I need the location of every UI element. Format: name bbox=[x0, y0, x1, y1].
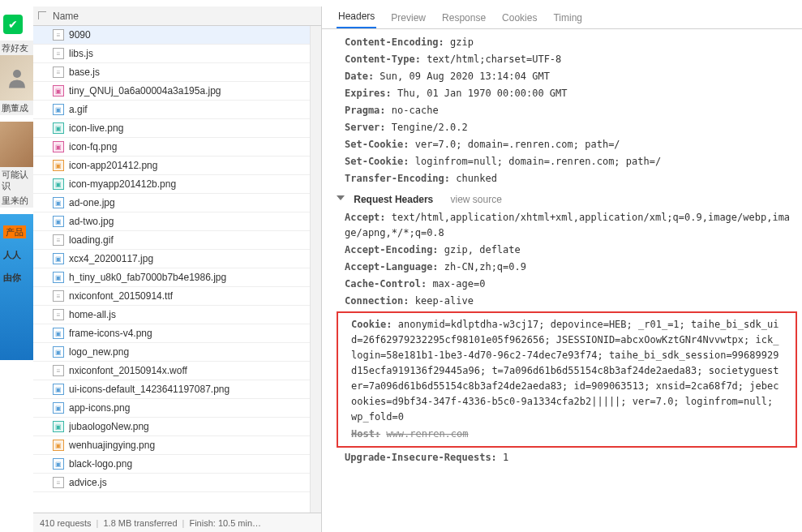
document-file-icon: ≡ bbox=[53, 309, 64, 320]
file-row[interactable]: ▣frame-icons-v4.png bbox=[33, 324, 321, 343]
image-file-icon: ▣ bbox=[53, 272, 64, 283]
file-name: logo_new.png bbox=[69, 346, 129, 358]
ad-block-1[interactable]: 荐好友 鹏董成 bbox=[0, 41, 33, 115]
file-name: tiny_QNUj_0a6a00004a3a195a.jpg bbox=[69, 85, 221, 97]
file-name: nxiconfont_20150914.ttf bbox=[69, 290, 173, 302]
file-name: ui-icons-default_1423641197087.png bbox=[69, 384, 229, 395]
document-file-icon: ≡ bbox=[53, 66, 64, 78]
header-key: Upgrade-Insecure-Requests: bbox=[345, 452, 497, 463]
document-file-icon: ≡ bbox=[53, 29, 64, 41]
headers-body[interactable]: Content-Encoding: gzipContent-Type: text… bbox=[322, 29, 802, 532]
header-key: Content-Type: bbox=[345, 54, 421, 65]
disclosure-triangle-icon bbox=[337, 195, 345, 204]
tab-response[interactable]: Response bbox=[440, 7, 487, 28]
image-file-icon: ▣ bbox=[53, 346, 64, 358]
image-file-icon: ▣ bbox=[53, 384, 64, 395]
image-file-icon: ▣ bbox=[53, 440, 64, 451]
header-key: Accept-Encoding: bbox=[345, 244, 439, 255]
ad1-title: 荐好友 bbox=[0, 41, 33, 55]
ad-block-2[interactable]: 可能认识 里来的 bbox=[0, 122, 33, 208]
header-key: Set-Cookie: bbox=[345, 139, 409, 150]
name-column-header: Name bbox=[53, 11, 79, 22]
file-name: icon-live.png bbox=[69, 122, 123, 134]
image-file-icon: ▣ bbox=[53, 458, 64, 470]
file-row[interactable]: ▣xcx4_20200117.jpg bbox=[33, 250, 321, 268]
file-row[interactable]: ▣wenhuajingying.png bbox=[33, 436, 321, 455]
file-row[interactable]: ▣logo_new.png bbox=[33, 343, 321, 362]
header-key: Expires: bbox=[345, 88, 392, 99]
file-list-header[interactable]: Name bbox=[33, 6, 321, 26]
doc-top-fragment bbox=[0, 0, 802, 6]
header-value: chunked bbox=[456, 173, 497, 184]
document-file-icon: ≡ bbox=[53, 477, 64, 488]
file-row[interactable]: ≡nxiconfont_20150914x.woff bbox=[33, 362, 321, 380]
file-row[interactable]: ≡nxiconfont_20150914.ttf bbox=[33, 287, 321, 306]
tab-timing[interactable]: Timing bbox=[551, 7, 584, 28]
file-name: xcx4_20200117.jpg bbox=[69, 253, 153, 264]
file-row[interactable]: ▣app-icons.png bbox=[33, 399, 321, 418]
image-file-icon: ▣ bbox=[53, 216, 64, 227]
header-row: Transfer-Encoding: chunked bbox=[337, 170, 802, 187]
image-file-icon: ▣ bbox=[53, 85, 64, 97]
corner-icon bbox=[38, 11, 46, 19]
view-source-link[interactable]: view source bbox=[451, 194, 502, 205]
request-headers-section[interactable]: Request Headers view source bbox=[337, 192, 802, 208]
file-row[interactable]: ▣ad-two.jpg bbox=[33, 212, 321, 231]
header-row: Content-Encoding: gzip bbox=[337, 34, 802, 51]
file-list-scrollbar[interactable] bbox=[310, 26, 321, 513]
header-row: Expires: Thu, 01 Jan 1970 00:00:00 GMT bbox=[337, 85, 802, 102]
network-status-bar: 410 requests | 1.8 MB transferred | Fini… bbox=[33, 513, 321, 532]
tab-headers[interactable]: Headers bbox=[337, 6, 376, 28]
header-key: Accept-Language: bbox=[345, 261, 439, 272]
file-row[interactable]: ▣ui-icons-default_1423641197087.png bbox=[33, 380, 321, 399]
file-name: 9090 bbox=[69, 29, 91, 41]
document-file-icon: ≡ bbox=[53, 48, 64, 59]
file-name: ad-two.jpg bbox=[69, 216, 114, 227]
header-value: no-cache bbox=[392, 105, 439, 116]
header-key: Date: bbox=[345, 71, 374, 82]
file-row[interactable]: ▣jubaologoNew.png bbox=[33, 418, 321, 436]
file-row[interactable]: ▣tiny_QNUj_0a6a00004a3a195a.jpg bbox=[33, 82, 321, 101]
file-row[interactable]: ▣icon-live.png bbox=[33, 119, 321, 138]
header-key: Content-Encoding: bbox=[345, 36, 444, 48]
file-name: base.js bbox=[69, 66, 100, 78]
ad3-line1: 人人 bbox=[3, 243, 30, 266]
file-row[interactable]: ▣icon-fq.png bbox=[33, 138, 321, 157]
header-key: Connection: bbox=[345, 295, 409, 307]
header-key: Host: bbox=[351, 428, 380, 440]
cookie-highlight-box: Cookie: anonymid=kdlptdha-w3cj17; depovi… bbox=[337, 311, 797, 448]
file-name: frame-icons-v4.png bbox=[69, 328, 152, 339]
header-key: Cache-Control: bbox=[345, 278, 427, 290]
app-icon[interactable]: ✔ bbox=[3, 15, 23, 34]
ad2-from: 里来的 bbox=[0, 193, 33, 208]
image-file-icon: ▣ bbox=[53, 402, 64, 414]
file-row[interactable]: ≡libs.js bbox=[33, 45, 321, 63]
header-row: Pragma: no-cache bbox=[337, 102, 802, 119]
image-file-icon: ▣ bbox=[53, 253, 64, 264]
file-row[interactable]: ≡home-all.js bbox=[33, 306, 321, 324]
file-row[interactable]: ▣h_tiny_u8k0_fab7000b7b4e1986.jpg bbox=[33, 268, 321, 287]
header-key: Transfer-Encoding: bbox=[345, 173, 450, 184]
file-row[interactable]: ▣icon-app201412.png bbox=[33, 157, 321, 175]
file-name: wenhuajingying.png bbox=[69, 440, 155, 451]
file-row[interactable]: ≡loading.gif bbox=[33, 231, 321, 250]
file-list[interactable]: ≡9090≡libs.js≡base.js▣tiny_QNUj_0a6a0000… bbox=[33, 26, 321, 513]
file-row[interactable]: ▣ad-one.jpg bbox=[33, 194, 321, 212]
devtools-main: Name ≡9090≡libs.js≡base.js▣tiny_QNUj_0a6… bbox=[33, 6, 802, 532]
file-row[interactable]: ▣black-logo.png bbox=[33, 455, 321, 474]
header-row-host: Host: www.renren.com bbox=[343, 426, 792, 443]
ad-block-3[interactable]: 产品 人人 由你 bbox=[0, 214, 33, 360]
header-row: Connection: keep-alive bbox=[337, 293, 802, 310]
file-row[interactable]: ▣icon-myapp201412b.png bbox=[33, 175, 321, 194]
header-value: anonymid=kdlptdha-w3cj17; depovince=HEB;… bbox=[351, 319, 778, 423]
file-row[interactable]: ≡advice.js bbox=[33, 474, 321, 492]
header-row: Cache-Control: max-age=0 bbox=[337, 276, 802, 293]
file-row[interactable]: ≡9090 bbox=[33, 26, 321, 45]
file-row[interactable]: ≡base.js bbox=[33, 63, 321, 82]
tab-preview[interactable]: Preview bbox=[389, 7, 427, 28]
ad1-name: 鹏董成 bbox=[0, 101, 33, 115]
tab-cookies[interactable]: Cookies bbox=[500, 7, 538, 28]
file-row[interactable]: ▣a.gif bbox=[33, 101, 321, 119]
header-value: Thu, 01 Jan 1970 00:00:00 GMT bbox=[397, 88, 568, 99]
header-row: Upgrade-Insecure-Requests: 1 bbox=[337, 449, 802, 466]
